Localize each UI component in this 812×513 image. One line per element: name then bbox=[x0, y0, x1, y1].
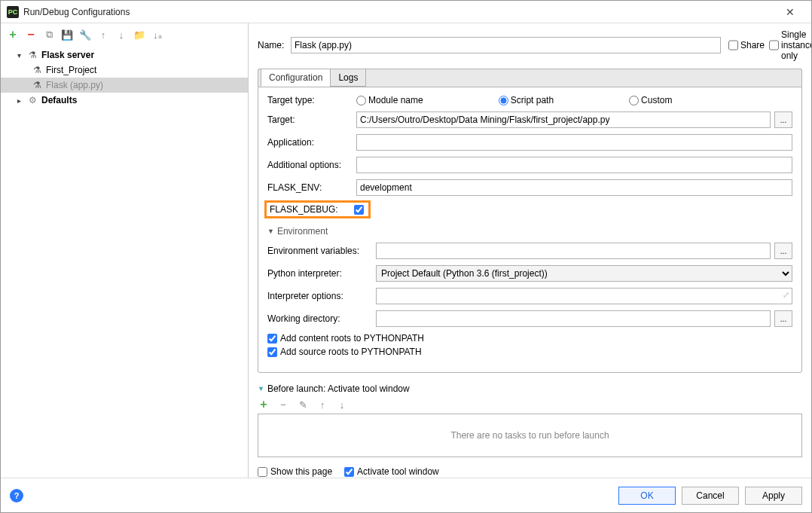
source-roots-checkbox[interactable] bbox=[267, 347, 277, 357]
tree-group-label: Flask server bbox=[41, 50, 94, 60]
up-task-icon[interactable]: ↑ bbox=[316, 398, 328, 411]
working-dir-input[interactable] bbox=[376, 310, 771, 327]
module-name-label: Module name bbox=[368, 95, 423, 105]
flask-icon bbox=[31, 79, 43, 91]
application-label: Application: bbox=[267, 137, 356, 148]
flask-env-label: FLASK_ENV: bbox=[267, 182, 356, 193]
edit-task-icon[interactable]: ✎ bbox=[297, 398, 309, 411]
source-roots-label: Add source roots to PYTHONPATH bbox=[280, 347, 422, 357]
sort-icon[interactable]: ↓ₐ bbox=[151, 29, 163, 41]
flask-icon bbox=[26, 49, 38, 61]
target-type-label: Target type: bbox=[267, 95, 356, 105]
single-instance-checkbox[interactable] bbox=[769, 37, 779, 53]
content-roots-checkbox[interactable] bbox=[267, 334, 277, 344]
share-checkbox[interactable] bbox=[728, 37, 738, 53]
main-panel: Name: Share Single instance only Configu… bbox=[249, 23, 811, 478]
flask-debug-checkbox[interactable] bbox=[354, 205, 364, 215]
custom-label: Custom bbox=[641, 95, 672, 105]
up-icon[interactable]: ↑ bbox=[97, 29, 109, 41]
tree-group-defaults[interactable]: ▸ Defaults bbox=[1, 93, 248, 108]
tab-logs[interactable]: Logs bbox=[330, 69, 366, 87]
additional-options-label: Additional options: bbox=[267, 160, 356, 170]
single-instance-label: Single instance only bbox=[781, 29, 811, 61]
wrench-icon[interactable]: 🔧 bbox=[79, 29, 91, 41]
chevron-down-icon[interactable]: ▼ bbox=[258, 385, 264, 392]
close-icon[interactable]: ✕ bbox=[775, 2, 805, 23]
show-page-checkbox[interactable] bbox=[258, 467, 267, 477]
environment-header: Environment bbox=[277, 226, 328, 237]
sidebar-toolbar: + − ⧉ 💾 🔧 ↑ ↓ 📁 ↓ₐ bbox=[1, 23, 248, 46]
tree-item-label: First_Project bbox=[46, 65, 96, 75]
flask-env-input[interactable] bbox=[356, 179, 792, 196]
target-browse-button[interactable]: ... bbox=[774, 111, 792, 128]
additional-options-input[interactable] bbox=[356, 157, 792, 173]
flask-debug-highlight: FLASK_DEBUG: bbox=[264, 200, 371, 218]
env-vars-input[interactable] bbox=[376, 243, 771, 259]
gear-icon bbox=[26, 94, 38, 106]
tree-group-flask-server[interactable]: ▾ Flask server bbox=[1, 47, 248, 63]
show-page-label: Show this page bbox=[270, 466, 332, 477]
name-label: Name: bbox=[258, 40, 291, 50]
apply-button[interactable]: Apply bbox=[745, 487, 802, 505]
flask-debug-label: FLASK_DEBUG: bbox=[270, 204, 354, 215]
sidebar: + − ⧉ 💾 🔧 ↑ ↓ 📁 ↓ₐ ▾ Flask server First_… bbox=[1, 23, 249, 478]
help-icon[interactable]: ? bbox=[10, 489, 23, 502]
remove-task-icon[interactable]: − bbox=[277, 398, 289, 411]
env-vars-label: Environment variables: bbox=[267, 246, 376, 256]
target-input[interactable] bbox=[356, 111, 771, 128]
module-name-radio[interactable] bbox=[356, 96, 366, 105]
window-title: Run/Debug Configurations bbox=[23, 7, 775, 17]
interpreter-select[interactable]: Project Default (Python 3.6 (first_proje… bbox=[376, 265, 792, 282]
tab-configuration[interactable]: Configuration bbox=[261, 69, 331, 87]
script-path-label: Script path bbox=[511, 95, 554, 105]
custom-radio[interactable] bbox=[629, 96, 639, 105]
activate-tool-label: Activate tool window bbox=[357, 466, 439, 477]
chevron-right-icon: ▸ bbox=[17, 96, 26, 105]
working-dir-label: Working directory: bbox=[267, 313, 376, 324]
activate-tool-checkbox[interactable] bbox=[344, 467, 354, 477]
before-launch-empty: There are no tasks to run before launch bbox=[450, 430, 609, 441]
before-launch-header: Before launch: Activate tool window bbox=[267, 383, 410, 394]
share-label: Share bbox=[740, 40, 765, 50]
tree: ▾ Flask server First_Project Flask (app.… bbox=[1, 46, 248, 478]
working-dir-browse-button[interactable]: ... bbox=[774, 310, 792, 327]
flask-icon bbox=[31, 64, 43, 76]
add-task-icon[interactable]: + bbox=[258, 398, 270, 411]
chevron-down-icon[interactable]: ▼ bbox=[267, 227, 274, 235]
tree-item-label: Flask (app.py) bbox=[46, 80, 103, 90]
chevron-down-icon: ▾ bbox=[17, 51, 26, 60]
remove-icon[interactable]: − bbox=[25, 29, 37, 41]
interp-options-label: Interpreter options: bbox=[267, 291, 376, 301]
application-input[interactable] bbox=[356, 134, 792, 151]
down-icon[interactable]: ↓ bbox=[115, 29, 127, 41]
ok-button[interactable]: OK bbox=[618, 487, 676, 505]
tree-group-label: Defaults bbox=[41, 95, 77, 105]
title-bar: PC Run/Debug Configurations ✕ bbox=[1, 1, 811, 23]
target-label: Target: bbox=[267, 115, 356, 125]
interpreter-label: Python interpreter: bbox=[267, 268, 376, 279]
tabs: Configuration Logs bbox=[258, 69, 802, 87]
before-launch-list: There are no tasks to run before launch bbox=[258, 414, 802, 457]
folder-icon[interactable]: 📁 bbox=[133, 29, 145, 41]
script-path-radio[interactable] bbox=[499, 96, 508, 105]
tree-item-first-project[interactable]: First_Project bbox=[1, 63, 248, 78]
env-vars-browse-button[interactable]: ... bbox=[774, 243, 792, 259]
name-input[interactable] bbox=[291, 37, 721, 53]
content-roots-label: Add content roots to PYTHONPATH bbox=[280, 333, 424, 344]
down-task-icon[interactable]: ↓ bbox=[336, 398, 348, 411]
cancel-button[interactable]: Cancel bbox=[682, 487, 739, 505]
add-icon[interactable]: + bbox=[7, 29, 19, 41]
interp-options-input[interactable] bbox=[376, 288, 792, 304]
app-icon: PC bbox=[7, 6, 19, 18]
copy-icon[interactable]: ⧉ bbox=[43, 29, 55, 41]
tree-item-flask-app[interactable]: Flask (app.py) bbox=[1, 78, 248, 93]
save-icon[interactable]: 💾 bbox=[61, 29, 73, 41]
